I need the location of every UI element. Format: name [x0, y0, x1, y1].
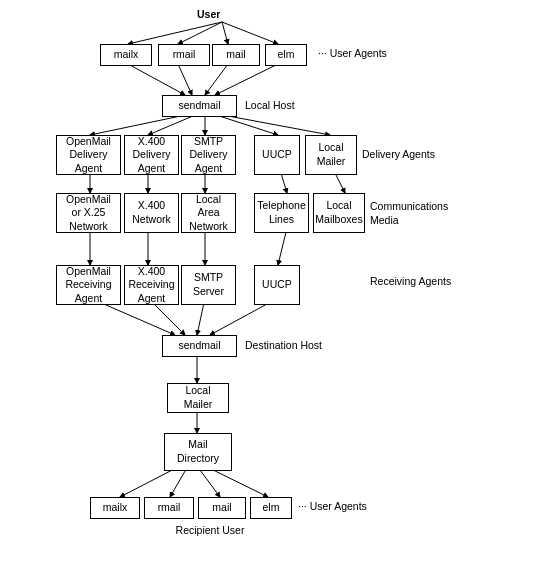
user-agents-top-label: ··· User Agents [318, 47, 387, 61]
svg-line-2 [222, 22, 228, 44]
mail-dir-node: Mail Directory [164, 433, 232, 471]
comms-media-label: Communications Media [370, 200, 475, 227]
telephone-node: Telephone Lines [254, 193, 309, 233]
local-mailer-dest-node: Local Mailer [167, 383, 229, 413]
x400-ra-node: X.400 Receiving Agent [124, 265, 179, 305]
user-top-label: User [197, 8, 220, 20]
diagram: User mailx rmail mail elm ··· User Agent… [0, 0, 549, 569]
local-mailer-da-node: Local Mailer [305, 135, 357, 175]
localhost-label: Local Host [245, 99, 295, 113]
smtp-da-node: SMTP Delivery Agent [181, 135, 236, 175]
x400-da-node: X.400 Delivery Agent [124, 135, 179, 175]
dest-host-label: Destination Host [245, 339, 322, 353]
svg-line-21 [278, 228, 287, 265]
elm-bot-node: elm [250, 497, 292, 519]
sendmail-top-node: sendmail [162, 95, 237, 117]
openmail-net-node: OpenMail or X.25 Network [56, 193, 121, 233]
svg-line-0 [128, 22, 222, 44]
rmail-top-node: rmail [158, 44, 210, 66]
mail-bot-node: mail [198, 497, 246, 519]
mail-top-node: mail [212, 44, 260, 66]
svg-line-5 [178, 64, 192, 95]
recipient-user-label: Recipient User [150, 524, 270, 536]
svg-line-7 [215, 64, 278, 95]
svg-line-6 [205, 64, 228, 95]
lan-node: Local Area Network [181, 193, 236, 233]
local-mailboxes-node: Local Mailboxes [313, 193, 365, 233]
openmail-da-node: OpenMail Delivery Agent [56, 135, 121, 175]
x400-net-node: X.400 Network [124, 193, 179, 233]
openmail-ra-node: OpenMail Receiving Agent [56, 265, 121, 305]
sendmail-dest-node: sendmail [162, 335, 237, 357]
svg-line-3 [222, 22, 278, 44]
receiving-agents-label: Receiving Agents [370, 275, 480, 289]
user-agents-bot-label: ··· User Agents [298, 500, 367, 514]
mailx-bot-node: mailx [90, 497, 140, 519]
elm-top-node: elm [265, 44, 307, 66]
mailx-top-node: mailx [100, 44, 152, 66]
smtp-server-node: SMTP Server [181, 265, 236, 305]
uucp-ra-node: UUCP [254, 265, 300, 305]
svg-line-1 [178, 22, 222, 44]
delivery-agents-label: Delivery Agents [362, 148, 435, 162]
rmail-bot-node: rmail [144, 497, 194, 519]
svg-line-4 [128, 64, 185, 95]
uucp-da-node: UUCP [254, 135, 300, 175]
